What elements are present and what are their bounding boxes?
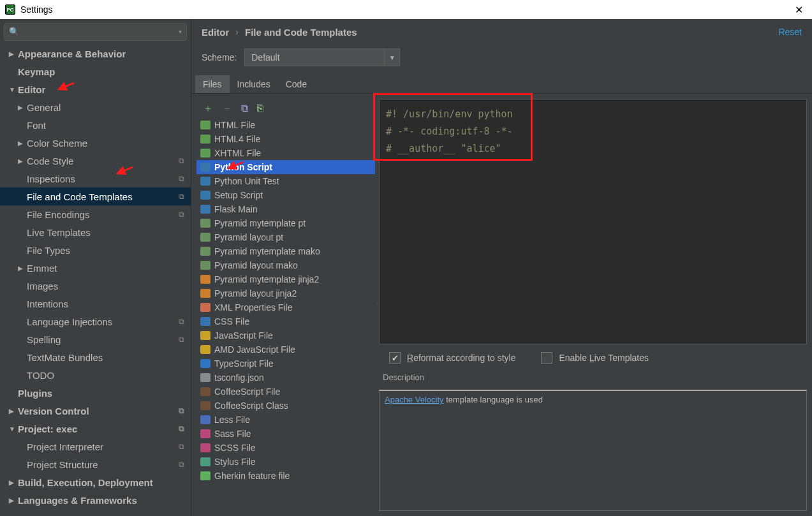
file-item-stylus-file[interactable]: Stylus File: [196, 455, 375, 469]
tab-code[interactable]: Code: [278, 75, 314, 93]
tree-item-languages-frameworks[interactable]: ▶Languages & Frameworks: [0, 491, 191, 509]
paste-icon[interactable]: ⎘: [257, 103, 263, 114]
tree-item-textmate-bundles[interactable]: TextMate Bundles: [0, 348, 191, 366]
tree-item-project-interpreter[interactable]: Project Interpreter⧉: [0, 438, 191, 455]
file-item-python-script[interactable]: Python Script: [196, 160, 375, 174]
tree-item-editor[interactable]: ▼Editor: [0, 80, 191, 98]
file-item-pyramid-layout-mako[interactable]: Pyramid layout mako: [196, 258, 375, 272]
copy-icon[interactable]: ⧉: [241, 103, 248, 114]
window-title: Settings: [20, 4, 791, 15]
file-item-label: HTML File: [214, 120, 255, 130]
sidebar: 🔍 ▾ ▶Appearance & BehaviorKeymap▼Editor▶…: [0, 19, 191, 516]
file-item-coffeescript-class[interactable]: CoffeeScript Class: [196, 399, 375, 413]
file-item-css-file[interactable]: CSS File: [196, 314, 375, 328]
file-item-gherkin-feature-file[interactable]: Gherkin feature file: [196, 469, 375, 483]
tree-item-file-types[interactable]: File Types: [0, 241, 191, 259]
live-templates-checkbox[interactable]: Enable Live Templates: [541, 352, 649, 364]
tree-item-emmet[interactable]: ▶Emmet: [0, 259, 191, 277]
file-item-python-unit-test[interactable]: Python Unit Test: [196, 174, 375, 188]
tree-item-version-control[interactable]: ▶Version Control⧉: [0, 402, 191, 420]
tab-files[interactable]: Files: [195, 75, 230, 93]
file-item-xhtml-file[interactable]: XHTML File: [196, 146, 375, 160]
file-item-sass-file[interactable]: Sass File: [196, 427, 375, 441]
tree-item-label: Project Structure: [27, 459, 98, 470]
editor-line: # __author__ "alice": [386, 140, 800, 158]
file-item-pyramid-layout-pt[interactable]: Pyramid layout pt: [196, 230, 375, 244]
tree-item-intentions[interactable]: Intentions: [0, 295, 191, 313]
tree-item-general[interactable]: ▶General: [0, 98, 191, 116]
tree-item-file-encodings[interactable]: File Encodings⧉: [0, 205, 191, 223]
file-item-less-file[interactable]: Less File: [196, 413, 375, 427]
tree-item-font[interactable]: Font: [0, 116, 191, 134]
tree-item-appearance-behavior[interactable]: ▶Appearance & Behavior: [0, 45, 191, 63]
tree-item-label: Keymap: [18, 66, 55, 77]
file-item-pyramid-mytemplate-pt[interactable]: Pyramid mytemplate pt: [196, 216, 375, 230]
file-item-amd-javascript-file[interactable]: AMD JavaScript File: [196, 343, 375, 357]
tree-item-label: Languages & Frameworks: [18, 495, 137, 506]
tree-item-label: Color Scheme: [27, 138, 87, 149]
tree-item-label: TextMate Bundles: [27, 352, 103, 363]
tree-item-images[interactable]: Images: [0, 277, 191, 295]
file-item-html-file[interactable]: HTML File: [196, 118, 375, 132]
file-icon: [200, 303, 210, 312]
tree-item-label: Language Injections: [27, 316, 112, 327]
file-icon: [200, 289, 210, 298]
tab-includes[interactable]: Includes: [230, 75, 278, 93]
file-item-coffeescript-file[interactable]: CoffeeScript File: [196, 385, 375, 399]
reformat-checkbox[interactable]: ✔ Reformat according to style: [389, 352, 515, 364]
file-icon: [200, 191, 210, 200]
file-item-javascript-file[interactable]: JavaScript File: [196, 328, 375, 343]
search-input[interactable]: [4, 23, 187, 41]
crumb-root[interactable]: Editor: [202, 27, 229, 38]
file-icon: [200, 149, 210, 158]
file-item-tsconfig-json[interactable]: tsconfig.json: [196, 371, 375, 385]
apache-velocity-link[interactable]: Apache Velocity: [385, 395, 444, 404]
crumb-leaf: File and Code Templates: [245, 27, 357, 38]
file-item-label: Flask Main: [214, 204, 258, 214]
settings-tree[interactable]: ▶Appearance & BehaviorKeymap▼Editor▶Gene…: [0, 45, 191, 516]
right-pane: #! /usr/bin/env python# -*- coding:utf-8…: [379, 99, 807, 511]
file-icon: [200, 331, 210, 340]
file-icon: [200, 387, 210, 396]
close-button[interactable]: ✕: [791, 4, 807, 16]
file-item-pyramid-layout-jinja2[interactable]: Pyramid layout jinja2: [196, 286, 375, 300]
tree-item-code-style[interactable]: ▶Code Style⧉: [0, 152, 191, 170]
file-item-flask-main[interactable]: Flask Main: [196, 202, 375, 216]
file-item-pyramid-mytemplate-mako[interactable]: Pyramid mytemplate mako: [196, 244, 375, 258]
tree-item-keymap[interactable]: Keymap: [0, 63, 191, 80]
chevron-down-icon[interactable]: ▼: [384, 49, 399, 66]
tree-item-build-execution-deployment[interactable]: ▶Build, Execution, Deployment: [0, 473, 191, 491]
scheme-select[interactable]: Default ▼: [244, 48, 400, 66]
svg-line-1: [117, 167, 133, 173]
chevron-down-icon[interactable]: ▾: [179, 28, 182, 35]
tabs: FilesIncludesCode: [191, 75, 812, 94]
file-icon: [200, 471, 210, 480]
chevron-right-icon: ›: [235, 27, 239, 37]
tree-item-plugins[interactable]: Plugins: [0, 384, 191, 402]
tree-item-spelling[interactable]: Spelling⧉: [0, 330, 191, 348]
file-item-label: SCSS File: [214, 443, 256, 453]
tree-item-file-and-code-templates[interactable]: File and Code Templates⧉: [0, 188, 191, 205]
settings-window: PC Settings ✕ 🔍 ▾ ▶Appearance & Behavior…: [0, 0, 812, 516]
tree-item-project-structure[interactable]: Project Structure⧉: [0, 455, 191, 473]
add-icon[interactable]: ＋: [203, 102, 213, 115]
tree-item-todo[interactable]: TODO: [0, 366, 191, 384]
arrow-icon: ▼: [9, 86, 18, 93]
tree-item-project-exec[interactable]: ▼Project: exec⧉: [0, 420, 191, 438]
tree-item-label: Project: exec: [18, 424, 77, 434]
template-editor[interactable]: #! /usr/bin/env python# -*- coding:utf-8…: [379, 99, 807, 344]
filelist[interactable]: HTML FileHTML4 FileXHTML FilePython Scri…: [196, 118, 375, 511]
tree-item-live-templates[interactable]: Live Templates: [0, 223, 191, 241]
file-item-typescript-file[interactable]: TypeScript File: [196, 357, 375, 371]
remove-icon[interactable]: －: [222, 102, 232, 115]
tree-item-language-injections[interactable]: Language Injections⧉: [0, 313, 191, 330]
file-item-html4-file[interactable]: HTML4 File: [196, 132, 375, 146]
file-item-scss-file[interactable]: SCSS File: [196, 441, 375, 455]
file-item-setup-script[interactable]: Setup Script: [196, 188, 375, 202]
file-item-xml-properties-file[interactable]: XML Properties File: [196, 300, 375, 314]
file-item-pyramid-mytemplate-jinja2[interactable]: Pyramid mytemplate jinja2: [196, 272, 375, 286]
tree-item-color-scheme[interactable]: ▶Color Scheme: [0, 134, 191, 152]
reset-link[interactable]: Reset: [778, 27, 802, 37]
tree-item-inspections[interactable]: Inspections⧉: [0, 170, 191, 188]
file-item-label: JavaScript File: [214, 330, 273, 341]
